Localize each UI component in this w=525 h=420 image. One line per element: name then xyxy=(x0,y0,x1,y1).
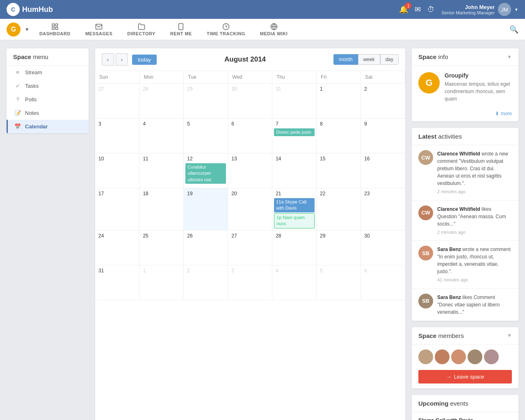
month-view-button[interactable]: month xyxy=(333,54,358,65)
space-badge[interactable]: G xyxy=(7,23,21,37)
activity-time: 2 minutes ago xyxy=(437,188,512,195)
calendar-day[interactable]: 1 xyxy=(317,84,361,119)
messages-button[interactable]: ✉ xyxy=(415,5,421,14)
calendar-day[interactable]: 2 xyxy=(184,265,228,300)
tasks-icon: ✓ xyxy=(14,83,21,89)
week-view-button[interactable]: week xyxy=(358,54,380,65)
calendar-day[interactable]: 22 xyxy=(317,188,361,231)
calendar-day[interactable]: 31 xyxy=(95,265,139,300)
nav-item-messages[interactable]: MESSAGES xyxy=(79,21,119,39)
calendar-day[interactable]: 14 xyxy=(272,153,317,188)
calendar-day[interactable]: 27 xyxy=(228,230,272,265)
calendar-next-button[interactable]: › xyxy=(116,53,128,66)
calendar-day[interactable]: 3 xyxy=(228,265,272,300)
calendar-day[interactable]: 12Curabitur ullamcorper ultricies nisl. xyxy=(184,153,228,188)
calendar-day[interactable]: 11 xyxy=(139,153,184,188)
calendar-prev-button[interactable]: ‹ xyxy=(102,53,114,66)
calendar-day[interactable]: 2111a Skype Call with Davis1p Nam quam n… xyxy=(272,188,317,231)
calendar-day[interactable]: 29 xyxy=(317,230,361,265)
nav-item-time-tracking[interactable]: TIME TRACKING xyxy=(200,21,252,39)
space-members-title: Space members xyxy=(418,332,464,339)
calendar-day[interactable]: 31 xyxy=(272,84,317,119)
calendar-day[interactable]: 17 xyxy=(95,188,139,231)
sidebar-item-stream[interactable]: ≡ Stream xyxy=(7,66,89,79)
user-title: Senior Marketing Manager xyxy=(441,10,495,15)
calendar-day[interactable]: 2 xyxy=(361,84,405,119)
more-link-button[interactable]: ⬇ more xyxy=(495,111,512,116)
calendar-day[interactable]: 5 xyxy=(184,119,228,153)
nav-item-directory[interactable]: DIRECTORY xyxy=(121,21,162,39)
day-number: 30 xyxy=(363,232,403,240)
calendar-day[interactable]: 3 xyxy=(95,119,139,153)
sidebar-card: Space menu ≡ Stream ✓ Tasks ? Polls 📝 xyxy=(7,48,89,133)
calendar-day[interactable]: 20 xyxy=(228,188,272,231)
notifications-button[interactable]: 🔔 1 xyxy=(399,5,408,14)
today-button[interactable]: today xyxy=(132,55,157,65)
sidebar-item-notes[interactable]: 📝 Notes xyxy=(7,106,89,120)
member-avatar[interactable] xyxy=(451,349,466,364)
col-thu: Thu xyxy=(272,71,317,84)
sidebar-item-polls[interactable]: ? Polls xyxy=(7,93,89,106)
calendar-day[interactable]: 19 xyxy=(184,188,228,231)
members-body: → Leave space xyxy=(412,345,518,388)
calendar-day[interactable]: 13 xyxy=(228,153,272,188)
space-info-chevron[interactable]: ▼ xyxy=(507,54,512,60)
calendar-day[interactable]: 23 xyxy=(361,188,405,231)
nav-item-rent-me[interactable]: RENT ME xyxy=(164,21,199,39)
calendar-day[interactable]: 10 xyxy=(95,153,139,188)
calendar-day[interactable]: 30 xyxy=(361,230,405,265)
calendar-day[interactable]: 30 xyxy=(228,84,272,119)
calendar-day[interactable]: 16 xyxy=(361,153,405,188)
calendar-day[interactable]: 15 xyxy=(317,153,361,188)
calendar-day[interactable]: 6 xyxy=(228,119,272,153)
col-sat: Sat xyxy=(361,71,405,84)
day-number: 16 xyxy=(363,155,403,162)
logo[interactable]: C HumHub xyxy=(7,3,53,16)
calendar-day[interactable]: 25 xyxy=(139,230,184,265)
calendar-day[interactable]: 18 xyxy=(139,188,184,231)
user-name: John Meyer xyxy=(441,4,495,10)
calendar-event[interactable]: Donec pede justo xyxy=(274,128,315,136)
day-view-button[interactable]: day xyxy=(380,54,399,65)
member-avatar[interactable] xyxy=(435,349,450,364)
calendar-day[interactable]: 6 xyxy=(361,265,405,300)
member-avatar[interactable] xyxy=(484,349,499,364)
calendar-day[interactable]: 5 xyxy=(317,265,361,300)
calendar-day[interactable]: 26 xyxy=(184,230,228,265)
calendar-day[interactable]: 29 xyxy=(184,84,228,119)
calendar-day[interactable]: 9 xyxy=(361,119,405,153)
day-number: 20 xyxy=(230,190,270,197)
calendar-day[interactable]: 7Donec pede justo xyxy=(272,119,317,153)
day-number: 6 xyxy=(230,120,270,128)
day-number: 10 xyxy=(97,155,137,162)
search-button[interactable]: 🔍 xyxy=(509,25,518,34)
sidebar-item-calendar[interactable]: 📅 Calendar xyxy=(7,120,89,133)
calendar-day[interactable]: 27 xyxy=(95,84,139,119)
nav-item-dashboard[interactable]: DASHBOARD xyxy=(33,21,77,39)
space-dropdown-icon[interactable]: ▼ xyxy=(25,27,30,32)
calendar-day[interactable]: 4 xyxy=(272,265,317,300)
day-number: 24 xyxy=(97,232,137,240)
calendar-day[interactable]: 1 xyxy=(139,265,184,300)
member-avatar[interactable] xyxy=(468,349,482,364)
calendar-day[interactable]: 28 xyxy=(139,84,184,119)
space-members-chevron[interactable]: ▼ xyxy=(507,333,512,338)
day-number: 31 xyxy=(97,267,137,274)
calendar-event[interactable]: 11a Skype Call with Davis xyxy=(274,198,315,212)
activity-avatar: SB xyxy=(418,294,433,308)
clock-button[interactable]: ⏱ xyxy=(427,5,435,14)
sidebar-item-tasks[interactable]: ✓ Tasks xyxy=(7,79,89,93)
calendar-day[interactable]: 8 xyxy=(317,119,361,153)
calendar-day[interactable]: 4 xyxy=(139,119,184,153)
user-menu[interactable]: John Meyer Senior Marketing Manager JM ▼ xyxy=(441,3,518,16)
leave-space-button[interactable]: → Leave space xyxy=(418,370,512,383)
calendar-event[interactable]: Curabitur ullamcorper ultricies nisl. xyxy=(185,163,226,184)
activity-time: 2 minutes ago xyxy=(437,229,512,236)
upcoming-events-header: Upcoming events xyxy=(412,395,518,412)
activity-item: SBSara Benz likes Comment "Donec vitae s… xyxy=(412,289,518,321)
calendar-day[interactable]: 24 xyxy=(95,230,139,265)
member-avatar[interactable] xyxy=(418,349,433,364)
calendar-day[interactable]: 28 xyxy=(272,230,317,265)
nav-item-media-wiki[interactable]: MEDIA WIKI xyxy=(253,21,294,39)
calendar-event[interactable]: 1p Nam quam nunc xyxy=(274,213,315,228)
